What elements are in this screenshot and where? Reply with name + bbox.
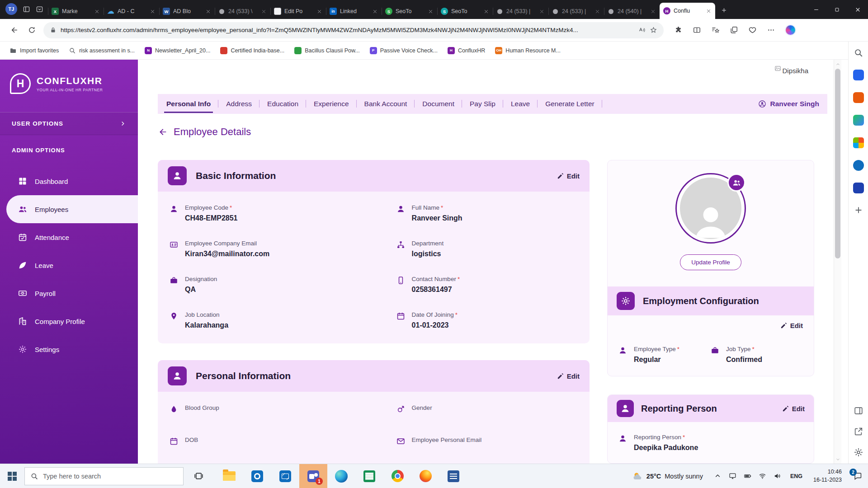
tab-close-icon[interactable]: [261, 9, 267, 14]
edge-sidebar-drop-icon[interactable]: [853, 183, 864, 193]
browser-tab[interactable]: Edit Po: [270, 4, 326, 19]
favorite-item[interactable]: Bacillus Clausii Pow...: [289, 45, 365, 56]
tab-document[interactable]: Document: [415, 94, 462, 114]
close-button[interactable]: [847, 0, 868, 19]
copilot-icon[interactable]: [785, 24, 796, 36]
browser-tab[interactable]: SSeoTo: [437, 4, 493, 19]
tab-close-icon[interactable]: [94, 9, 100, 14]
tab-close-icon[interactable]: [372, 9, 378, 14]
favorite-confluxhr[interactable]: HConfluxHR: [443, 45, 490, 56]
taskbar-excel[interactable]: [355, 464, 383, 488]
browser-tab[interactable]: 24 (540) |: [604, 4, 660, 19]
browser-tab[interactable]: 24 (533) \: [215, 4, 270, 19]
tab-close-icon[interactable]: [150, 9, 156, 14]
browser-tab-active[interactable]: HConflu: [660, 3, 715, 19]
site-info-icon[interactable]: [50, 27, 57, 33]
taskbar-mail[interactable]: [271, 464, 299, 488]
taskbar-clock[interactable]: 10:46 16-11-2023: [813, 468, 842, 484]
favorite-item[interactable]: Certified India-base...: [215, 45, 289, 56]
tab-close-icon[interactable]: [428, 9, 434, 14]
sidebar-item-leave[interactable]: Leave: [0, 251, 138, 279]
taskbar-teams[interactable]: 1: [299, 464, 327, 488]
url-field[interactable]: https://testv2.confluxhr.com/admin/hrms_…: [43, 22, 664, 38]
edge-sidebar-panel-icon[interactable]: [854, 406, 863, 416]
read-aloud-icon[interactable]: [638, 26, 646, 34]
task-view-button[interactable]: [188, 464, 209, 488]
tab-close-icon[interactable]: [594, 9, 600, 14]
collections-icon[interactable]: [730, 26, 738, 34]
scroll-down-arrow[interactable]: [834, 455, 842, 463]
workspaces-icon[interactable]: [23, 5, 30, 13]
maximize-button[interactable]: [826, 0, 847, 19]
tab-experience[interactable]: Experience: [306, 94, 357, 114]
current-user[interactable]: Ranveer Singh: [758, 100, 826, 108]
tab-close-icon[interactable]: [483, 9, 489, 14]
browser-tab[interactable]: XMarke: [48, 4, 104, 19]
battery-icon[interactable]: [744, 472, 751, 480]
back-arrow-icon[interactable]: [158, 127, 168, 137]
edge-sidebar-search-icon[interactable]: [854, 48, 863, 58]
settings-more-icon[interactable]: [767, 26, 775, 34]
edge-sidebar-add-icon[interactable]: [854, 205, 863, 215]
tray-expand-icon[interactable]: [714, 472, 722, 480]
edge-sidebar-m365-icon[interactable]: [853, 137, 864, 148]
taskbar-outlook[interactable]: [243, 464, 271, 488]
tab-pay-slip[interactable]: Pay Slip: [462, 94, 503, 114]
tab-close-icon[interactable]: [316, 9, 322, 14]
taskbar-file-explorer[interactable]: [215, 464, 243, 488]
edge-sidebar-external-icon[interactable]: [854, 427, 863, 436]
taskbar-firefox[interactable]: [411, 464, 439, 488]
browser-tab[interactable]: ☁AD - C: [104, 4, 159, 19]
extensions-icon[interactable]: [674, 26, 683, 34]
sidebar-item-company-profile[interactable]: Company Profile: [0, 307, 138, 335]
browser-tab[interactable]: 24 (533) |: [548, 4, 604, 19]
edit-employment-config-button[interactable]: Edit: [780, 322, 803, 329]
edge-sidebar-outlook-icon[interactable]: [853, 160, 864, 171]
scroll-up-arrow[interactable]: [834, 61, 842, 68]
tab-close-icon[interactable]: [205, 9, 211, 14]
favorite-item[interactable]: risk assessment in s...: [64, 45, 140, 56]
taskbar-weather[interactable]: 25°C Mostly sunny: [625, 471, 710, 482]
update-photo-badge[interactable]: [727, 174, 745, 192]
edge-sidebar-games-icon[interactable]: [853, 115, 864, 126]
browser-essentials-icon[interactable]: [748, 26, 757, 34]
sidebar-item-attendance[interactable]: Attendance: [0, 223, 138, 251]
tab-actions-icon[interactable]: [36, 5, 43, 13]
taskbar-search[interactable]: [24, 467, 184, 485]
wifi-icon[interactable]: [759, 472, 766, 480]
action-center-button[interactable]: 2: [847, 464, 868, 488]
back-icon[interactable]: [10, 26, 19, 34]
edit-basic-info-button[interactable]: Edit: [557, 172, 580, 180]
browser-tab[interactable]: inLinked: [326, 4, 382, 19]
url-text[interactable]: https://testv2.confluxhr.com/admin/hrms_…: [61, 27, 634, 33]
tab-close-icon[interactable]: [539, 9, 545, 14]
favorite-star-icon[interactable]: [650, 26, 657, 34]
edge-sidebar-shopping-icon[interactable]: [853, 70, 864, 80]
tab-bank-account[interactable]: Bank Account: [357, 94, 415, 114]
sidebar-user-options[interactable]: USER OPTIONS: [0, 112, 138, 135]
tab-education[interactable]: Education: [259, 94, 306, 114]
update-profile-button[interactable]: Update Profile: [680, 254, 741, 270]
new-tab-button[interactable]: [717, 3, 731, 17]
edit-personal-info-button[interactable]: Edit: [557, 372, 580, 380]
favorite-import[interactable]: Import favorites: [5, 45, 64, 56]
taskbar-word[interactable]: [439, 464, 467, 488]
scrollbar-thumb[interactable]: [835, 69, 840, 258]
sidebar-item-settings[interactable]: Settings: [0, 335, 138, 363]
taskbar-edge[interactable]: [327, 464, 355, 488]
tab-generate-letter[interactable]: Generate Letter: [538, 94, 602, 114]
browser-tab[interactable]: SSeoTo: [382, 4, 437, 19]
taskbar-chrome[interactable]: [383, 464, 411, 488]
tab-leave[interactable]: Leave: [503, 94, 538, 114]
refresh-icon[interactable]: [28, 26, 36, 34]
volume-icon[interactable]: [774, 472, 781, 480]
minimize-button[interactable]: [806, 0, 826, 19]
split-screen-icon[interactable]: [693, 26, 701, 34]
favorite-item[interactable]: NNewsletter_April_20...: [140, 45, 215, 56]
favorite-item[interactable]: PPassive Voice Check...: [365, 45, 443, 56]
favorite-item[interactable]: OHHuman Resource M...: [490, 45, 566, 56]
language-indicator[interactable]: ENG: [790, 473, 802, 479]
favorites-icon[interactable]: [711, 26, 720, 34]
browser-tab[interactable]: 24 (533) |: [493, 4, 548, 19]
display-icon[interactable]: [729, 472, 736, 480]
